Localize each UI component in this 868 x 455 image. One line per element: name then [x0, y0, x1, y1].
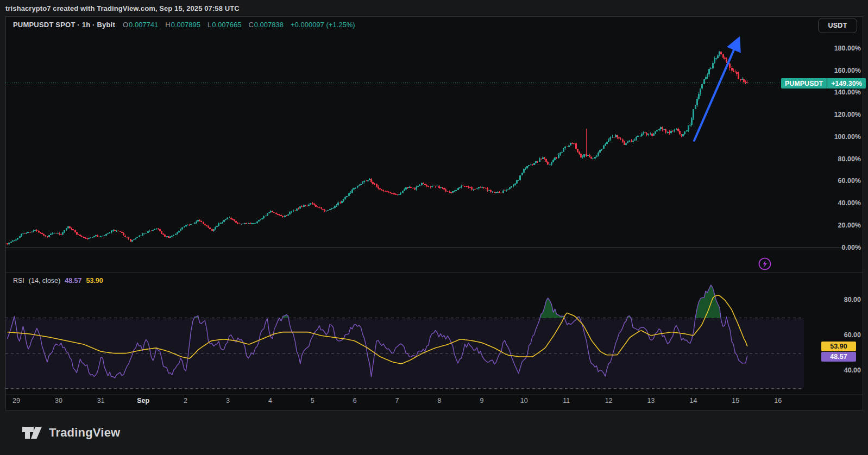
time-tick-6: 6 [353, 397, 357, 405]
rsi-legend: RSI (14, close) 48.57 53.90 [13, 277, 103, 285]
rsi-value: 48.57 [65, 277, 81, 285]
time-tick-Sep: Sep [137, 397, 149, 405]
price-tick-40: 40.00% [838, 199, 861, 207]
rsi-tick-80: 80.00 [844, 296, 861, 304]
high-label: H [165, 21, 170, 29]
tradingview-logo-text[interactable]: TradingView [49, 426, 120, 440]
time-tick-13: 13 [647, 397, 655, 405]
rsi-tick-60: 60.00 [844, 331, 861, 339]
open-value: 0.007741 [129, 21, 158, 29]
time-tick-15: 15 [732, 397, 739, 405]
last-price-symbol: PUMPUSDT [781, 78, 827, 89]
time-tick-10: 10 [520, 397, 528, 405]
high-value: 0.007895 [171, 21, 200, 29]
time-tick-11: 11 [563, 397, 570, 405]
price-tick-100: 100.00% [834, 133, 861, 141]
time-tick-2: 2 [184, 397, 187, 405]
price-tick-120: 120.00% [834, 111, 861, 118]
footer: TradingView [0, 410, 868, 455]
chart-canvas[interactable] [0, 0, 868, 455]
low-label: L [207, 21, 211, 29]
time-tick-12: 12 [605, 397, 613, 405]
rsi-badge: 48.57 [821, 352, 856, 362]
time-tick-30: 30 [55, 397, 62, 405]
price-tick-0: 0.00% [842, 244, 861, 251]
time-tick-3: 3 [226, 397, 230, 405]
lightning-bolt-glyph [763, 261, 768, 268]
price-tick-20: 20.00% [838, 222, 861, 229]
time-tick-31: 31 [97, 397, 105, 405]
symbol-title[interactable]: PUMPUSDT SPOT · 1h · Bybit [13, 21, 115, 29]
time-tick-29: 29 [12, 397, 20, 405]
time-tick-5: 5 [311, 397, 315, 405]
price-tick-160: 160.00% [834, 67, 861, 74]
snapshot-page: trishacrypto7 created with TradingView.c… [0, 0, 868, 455]
time-tick-16: 16 [774, 397, 782, 405]
last-price-badge: PUMPUSDT +149.30% [781, 78, 866, 89]
time-tick-9: 9 [480, 397, 483, 405]
symbol-header: PUMPUSDT SPOT · 1h · Bybit O0.007741 H0.… [13, 21, 355, 29]
time-tick-7: 7 [395, 397, 399, 405]
time-tick-8: 8 [438, 397, 442, 405]
time-tick-14: 14 [689, 397, 697, 405]
change-value: +0.000097 (+1.25%) [291, 21, 355, 29]
price-tick-180: 180.00% [834, 45, 861, 52]
candles-layer[interactable] [7, 51, 748, 245]
last-price-value: +149.30% [827, 78, 866, 89]
rsi-title[interactable]: RSI [13, 277, 24, 285]
tradingview-logo-icon[interactable] [22, 425, 42, 440]
price-tick-80: 80.00% [838, 155, 861, 163]
low-value: 0.007665 [212, 21, 241, 29]
open-label: O [123, 21, 128, 29]
price-tick-140: 140.00% [834, 89, 861, 96]
rsi-ma-badge: 53.90 [821, 342, 856, 351]
currency-button[interactable]: USDT [818, 18, 857, 33]
time-tick-4: 4 [268, 397, 272, 405]
rsi-tick-40: 40.00 [844, 366, 861, 374]
price-tick-60: 60.00% [838, 177, 861, 185]
rsi-ma-value: 53.90 [86, 277, 103, 285]
close-value: 0.007838 [254, 21, 284, 29]
rsi-params: (14, close) [29, 277, 60, 285]
close-label: C [248, 21, 253, 29]
ohlc-values: O0.007741 H0.007895 L0.007665 C0.007838 … [123, 21, 355, 29]
